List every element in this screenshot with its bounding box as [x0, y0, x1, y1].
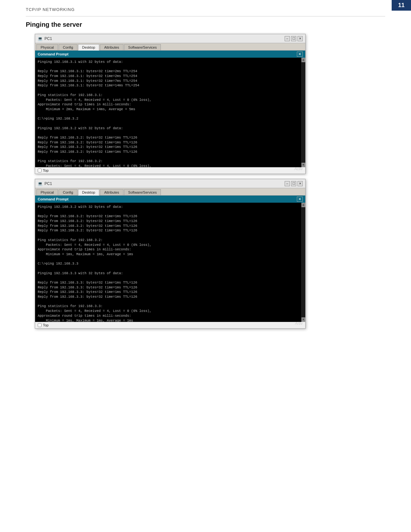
window-2-title: 💻 PC1 — [38, 181, 52, 186]
tab-1-config[interactable]: Config — [59, 44, 77, 50]
terminal-1-line-2: Reply from 192.168.3.1: bytes=32 time=2m… — [38, 69, 137, 73]
terminal-1-line-7: Ping statistics for 192.168.3.1: — [38, 93, 103, 97]
terminal-1-line-17: Reply from 192.168.3.2: bytes=32 time=1m… — [38, 140, 137, 144]
tab-2-config[interactable]: Config — [59, 189, 77, 195]
terminal-2-line-9: Approximate round trip times in milli-se… — [38, 247, 131, 251]
terminal-1-line-19: Reply from 192.168.3.2: bytes=32 time=1m… — [38, 150, 137, 154]
tab-1-physical[interactable]: Physical — [36, 44, 58, 50]
window-2: 💻 PC1 – ☐ ✕ Physical Config Desktop Attr… — [35, 179, 306, 329]
tab-1-software[interactable]: Software/Services — [124, 44, 161, 50]
maximize-button-1[interactable]: ☐ — [291, 36, 296, 41]
top-checkbox-1[interactable] — [38, 169, 42, 172]
terminal-1-line-21: Ping statistics for 192.168.3.2: — [38, 159, 103, 163]
window-1-top-area: Top — [35, 167, 305, 174]
close-button-1[interactable]: ✕ — [298, 36, 303, 41]
header-divider — [26, 16, 385, 16]
top-label-1: Top — [43, 169, 49, 172]
section-header: TCP/IP NETWORKING — [26, 7, 75, 12]
minimize-button-1[interactable]: – — [285, 36, 290, 41]
tab-2-attributes[interactable]: Attributes — [100, 189, 123, 195]
terminal-2-line-0: Pinging 192.168.3.2 with 32 bytes of dat… — [38, 205, 123, 209]
window-1-terminal[interactable]: Pinging 192.168.3.1 with 32 bytes of dat… — [35, 58, 305, 167]
tab-1-desktop[interactable]: Desktop — [78, 44, 99, 51]
activ-watermark-2: Artiv — [295, 321, 303, 326]
terminal-2-line-8: Packets: Sent = 4, Received = 4, Lost = … — [38, 243, 152, 247]
terminal-1-line-11 — [38, 112, 40, 116]
terminal-1-line-1 — [38, 65, 40, 69]
terminal-2-line-23: Approximate round trip times in milli-se… — [38, 314, 131, 318]
window-2-top-area: Top — [35, 322, 305, 328]
terminal-2-line-16: Reply from 192.168.3.3: bytes=32 time=1m… — [38, 281, 137, 285]
window-2-cmd-close[interactable]: ✕ — [297, 197, 303, 202]
pc-icon-1: 💻 — [38, 36, 43, 41]
terminal-2-line-6 — [38, 233, 40, 237]
page-number: 11 — [392, 0, 411, 11]
terminal-2-line-15 — [38, 276, 40, 280]
terminal-2-line-11 — [38, 257, 40, 261]
window-1-controls[interactable]: – ☐ ✕ — [285, 36, 303, 41]
tab-2-software[interactable]: Software/Services — [124, 189, 161, 195]
terminal-1-line-14: Pinging 192.168.3.2 with 32 bytes of dat… — [38, 126, 123, 130]
scrollbar-2[interactable]: ▲ ▼ — [301, 203, 305, 322]
tab-2-desktop[interactable]: Desktop — [78, 189, 99, 196]
terminal-2-line-18: Reply from 192.168.3.3: bytes=32 time=1m… — [38, 290, 137, 294]
terminal-2-line-20 — [38, 300, 40, 304]
terminal-1-line-15 — [38, 131, 40, 135]
top-checkbox-2[interactable] — [38, 323, 42, 327]
terminal-2-line-19: Reply from 192.168.3.3: bytes=32 time=1m… — [38, 295, 137, 299]
window-1-tabs: Physical Config Desktop Attributes Softw… — [35, 43, 305, 51]
terminal-1-line-0: Pinging 192.168.3.1 with 32 bytes of dat… — [38, 60, 123, 64]
window-2-cmd-bar: Command Prompt ✕ — [35, 196, 305, 203]
top-label-2: Top — [43, 323, 49, 327]
terminal-1-line-3: Reply from 192.168.3.1: bytes=32 time=2m… — [38, 74, 137, 78]
terminal-2-line-21: Ping statistics for 192.168.3.3: — [38, 304, 103, 308]
terminal-1-line-10: Minimum = 2ms, Maximum = 14ms, Average =… — [38, 107, 135, 111]
maximize-button-2[interactable]: ☐ — [291, 181, 296, 186]
window-1-title-text: PC1 — [44, 36, 52, 41]
terminal-1-line-12: C:\>ping 192.168.3.2 — [38, 117, 78, 121]
terminal-2-line-14: Pinging 192.168.3.3 with 32 bytes of dat… — [38, 271, 123, 275]
activ-watermark-1: Activ — [294, 167, 303, 171]
window-2-controls[interactable]: – ☐ ✕ — [285, 181, 303, 186]
page-title: Pinging the server — [26, 21, 82, 28]
terminal-1-line-6 — [38, 88, 40, 92]
terminal-2-line-12: C:\>ping 192.168.3.3 — [38, 262, 78, 266]
terminal-2-line-24: Minimum = 1ms, Maximum = 1ms, Average = … — [38, 319, 133, 322]
window-1-title: 💻 PC1 — [38, 36, 52, 41]
terminal-1-line-20 — [38, 155, 40, 159]
terminal-1-line-13 — [38, 121, 40, 125]
terminal-2-line-2: Reply from 192.168.3.2: bytes=32 time=1m… — [38, 214, 137, 218]
terminal-1-line-8: Packets: Sent = 4, Received = 4, Lost = … — [38, 98, 152, 102]
terminal-2-line-5: Reply from 192.168.3.2: bytes=32 time=1m… — [38, 228, 137, 232]
terminal-2-line-4: Reply from 192.168.3.2: bytes=32 time=1m… — [38, 224, 137, 228]
terminal-2-line-3: Reply from 192.168.3.2: bytes=32 time=1m… — [38, 219, 137, 223]
window-2-titlebar: 💻 PC1 – ☐ ✕ — [35, 179, 305, 188]
terminal-2-line-22: Packets: Sent = 4, Received = 4, Lost = … — [38, 309, 152, 313]
terminal-1-line-5: Reply from 192.168.3.1: bytes=32 time=14… — [38, 83, 139, 87]
terminal-1-line-4: Reply from 192.168.3.1: bytes=32 time=7m… — [38, 79, 137, 83]
terminal-1-line-18: Reply from 192.168.3.2: bytes=32 time=1m… — [38, 145, 137, 149]
window-1-cmd-close[interactable]: ✕ — [297, 52, 303, 57]
terminal-2-line-13 — [38, 266, 40, 270]
close-button-2[interactable]: ✕ — [298, 181, 303, 186]
scrollbar-1[interactable]: ▲ ▼ — [301, 58, 305, 167]
window-2-terminal[interactable]: Pinging 192.168.3.2 with 32 bytes of dat… — [35, 203, 305, 322]
window-1-titlebar: 💻 PC1 – ☐ ✕ — [35, 34, 305, 43]
window-2-tabs: Physical Config Desktop Attributes Softw… — [35, 188, 305, 196]
terminal-1-line-22: Packets: Sent = 4, Received = 4, Lost = … — [38, 164, 152, 167]
window-2-cmd-title: Command Prompt — [38, 197, 68, 201]
minimize-button-2[interactable]: – — [285, 181, 290, 186]
pc-icon-2: 💻 — [38, 181, 43, 186]
terminal-2-line-17: Reply from 192.168.3.3: bytes=32 time=1m… — [38, 285, 137, 289]
terminal-2-line-1 — [38, 210, 40, 214]
window-2-title-text: PC1 — [44, 181, 52, 186]
window-1-cmd-title: Command Prompt — [38, 52, 68, 56]
scrollbar-1-up[interactable]: ▲ — [301, 58, 305, 62]
tab-1-attributes[interactable]: Attributes — [100, 44, 123, 50]
window-1-cmd-bar: Command Prompt ✕ — [35, 51, 305, 58]
tab-2-physical[interactable]: Physical — [36, 189, 58, 195]
terminal-2-line-10: Minimum = 1ms, Maximum = 1ms, Average = … — [38, 252, 133, 256]
window-1: 💻 PC1 – ☐ ✕ Physical Config Desktop Attr… — [35, 34, 306, 174]
scrollbar-2-up[interactable]: ▲ — [301, 203, 305, 207]
terminal-1-line-16: Reply from 192.168.3.2: bytes=32 time=1m… — [38, 136, 137, 140]
